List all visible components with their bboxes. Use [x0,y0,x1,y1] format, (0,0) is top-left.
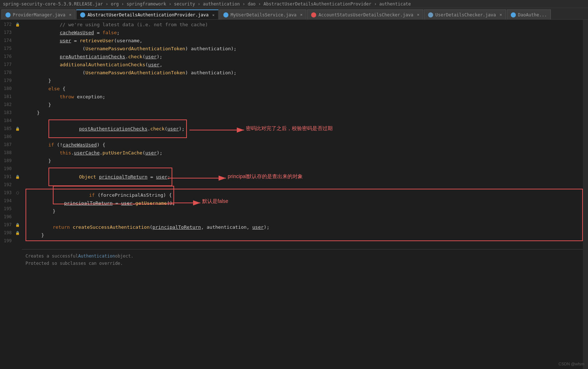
tab-icon [311,12,316,17]
code-line-198: } [26,231,582,239]
line-185: 185🔒 [0,125,22,133]
code-line-183: } [22,109,583,117]
line-176: 176 [0,52,22,60]
code-line-172: // we're using latest data (i.e. not fro… [22,20,583,28]
code-line-179: } [22,76,583,85]
line-194: 194 [0,197,22,205]
tab-icon [428,12,433,17]
line-195: 195 [0,205,22,213]
tab-label: AbstractUserDetailsAuthenticationProvide… [87,12,208,17]
code-line-174: user = retrieveUser(username, [22,36,583,44]
tab-abstract-provider[interactable]: AbstractUserDetailsAuthenticationProvide… [76,9,219,20]
tab-label: ProviderManager.java [13,12,66,17]
tab-provider-manager[interactable]: ProviderManager.java × [1,9,75,20]
line-182: 182 [0,101,22,109]
code-line-188: this.userCache.putUserInCache(user); [22,149,583,157]
code-line-178: (UsernamePasswordAuthenticationToken) au… [22,68,583,76]
tab-account-status[interactable]: AccountStatusUserDetailsChecker.java × [307,9,423,20]
line-180: 180 [0,85,22,93]
line-174: 174 [0,36,22,44]
tab-label: UserDetailsChecker.java [435,12,496,17]
code-line-175: (UsernamePasswordAuthenticationToken) au… [22,44,583,52]
line-181: 181 [0,93,22,101]
code-line-194: principalToReturn = user.getUsername(); [26,199,582,207]
line-189: 189 [0,157,22,165]
code-line-191: Object principalToReturn = user; [22,173,583,181]
line-197: 197🔒 [0,221,22,229]
tab-close-icon[interactable]: × [69,12,72,17]
line-199: 199 [0,237,22,245]
tab-label: AccountStatusUserDetailsChecker.java [318,12,413,17]
line-178: 178 [0,68,22,76]
line-191: 191🔒 [0,173,22,181]
line-196: 196 [0,213,22,221]
line-190: 190 [0,165,22,173]
code-line-177: additionalAuthenticationChecks(user, [22,60,583,68]
line-doc2 [0,253,22,261]
line-175: 175 [0,44,22,52]
line-gutter: 172🔒 173 174 175 176 177 178 179 180 181… [0,20,22,369]
tab-icon [511,12,516,17]
title-bar-text: spring-security-core-5.3.9.RELEASE.jar ›… [3,1,411,7]
code-line-185: postAuthenticationChecks.check(user); [22,125,583,133]
code-line-193: if (forcePrincipalAsString) { [26,191,582,199]
code-content[interactable]: // we're using latest data (i.e. not fro… [22,20,583,369]
doc-line-1: Creates a successful Authentication obje… [26,252,579,260]
code-line-180: else { [22,85,583,93]
tab-my-user-details[interactable]: MyUserDetailsService.java × [219,9,306,20]
line-187: 187 [0,141,22,149]
code-line-181: throw exception; [22,93,583,101]
line-doc1 [0,245,22,253]
tab-close-icon[interactable]: × [300,12,303,17]
code-line-176: preAuthenticationChecks.check(user); [22,52,583,60]
code-line-189: } [22,157,583,165]
line-193: 193⬡ [0,189,22,197]
code-line-196 [26,215,582,223]
code-line-173: cacheWasUsed = false; [22,28,583,36]
tab-label: DaoAuthe... [518,12,547,17]
line-177: 177 [0,60,22,68]
tab-icon [223,12,228,17]
code-line-186 [22,133,583,141]
code-line-195: } [26,207,582,215]
code-line-187: if (!cacheWasUsed) { [22,141,583,149]
line-186: 186 [0,133,22,141]
doc-line-2: Protected so subclasses can override. [26,260,579,267]
tab-icon [5,12,11,17]
tab-dao-auth[interactable]: DaoAuthe... [507,9,551,20]
tab-label: MyUserDetailsService.java [231,12,297,17]
tab-close-icon[interactable]: × [417,12,419,17]
line-179: 179 [0,76,22,85]
right-scrollbar[interactable] [583,20,588,369]
code-line-182: } [22,101,583,109]
line-188: 188 [0,149,22,157]
line-173: 173 [0,28,22,36]
editor-area: 172🔒 173 174 175 176 177 178 179 180 181… [0,20,588,369]
title-bar: spring-security-core-5.3.9.RELEASE.jar ›… [0,0,588,8]
line-198: 198🔒 [0,229,22,237]
tab-close-icon[interactable]: × [499,12,502,17]
editor-main: // we're using latest data (i.e. not fro… [22,20,588,369]
line-184: 184 [0,117,22,125]
watermark: CSDN @wfsm [558,362,584,366]
tab-icon [80,12,85,17]
line-172: 172🔒 [0,20,22,28]
tab-user-details-checker[interactable]: UserDetailsChecker.java × [424,9,506,20]
tab-close-icon[interactable]: × [212,13,215,17]
code-line-199 [22,241,583,249]
tab-bar: ProviderManager.java × AbstractUserDetai… [0,8,588,20]
line-183: 183 [0,109,22,117]
line-192: 192 [0,181,22,189]
code-line-197: return createSuccessAuthentication(princ… [26,223,582,231]
